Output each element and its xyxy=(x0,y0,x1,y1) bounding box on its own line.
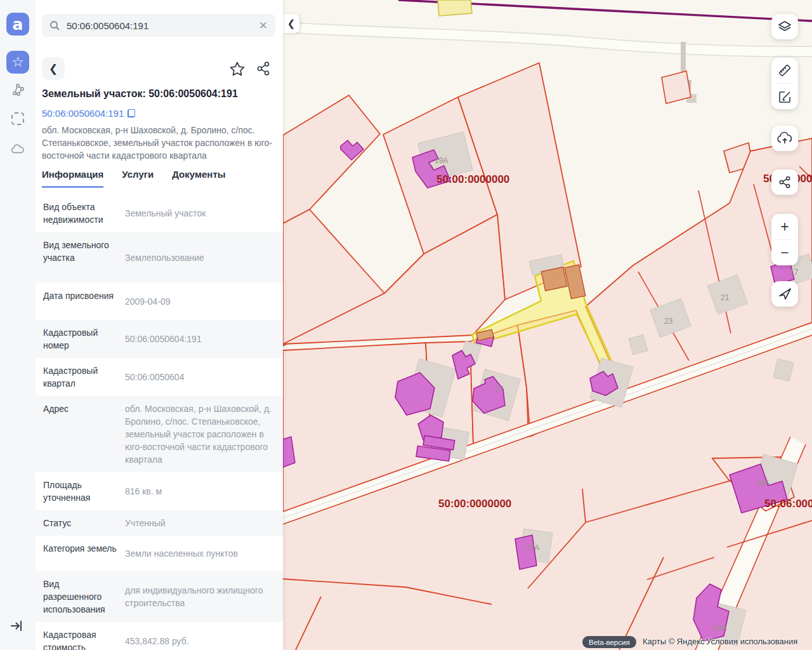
login-button[interactable] xyxy=(9,618,25,633)
svg-text:24Б: 24Б xyxy=(756,479,769,488)
locate-button[interactable] xyxy=(771,281,798,307)
row-value: Учтенный xyxy=(125,517,166,529)
row-label: Вид земельного участка xyxy=(43,239,118,277)
tower-parcel[interactable] xyxy=(662,71,691,103)
row-label: Кадастровый квартал xyxy=(43,364,118,390)
polygon-tool-button[interactable] xyxy=(11,83,25,97)
clear-search-icon[interactable]: ✕ xyxy=(259,19,268,32)
svg-text:21: 21 xyxy=(721,293,730,302)
object-info-panel: ✕ ❮ Земельный участок: 50:06:0050604:191… xyxy=(36,0,283,650)
tools-control xyxy=(771,58,798,109)
panel-tabs: Информация Услуги Документы xyxy=(42,169,278,188)
object-address: обл. Московская, р-н Шаховской, д. Броли… xyxy=(42,124,277,162)
login-icon xyxy=(9,618,24,633)
row-label: Статус xyxy=(43,517,118,529)
cloud-button[interactable] xyxy=(11,142,25,156)
row-value: 50:06:0050604 xyxy=(125,371,184,383)
edit-icon xyxy=(777,89,792,104)
dashed-square-icon xyxy=(11,112,24,125)
zoom-control: + − xyxy=(771,214,798,265)
table-row: Площадь уточненная 816 кв. м xyxy=(36,472,283,510)
search-bar[interactable]: ✕ xyxy=(42,14,275,37)
table-row: Кадастровый квартал 50:06:0050604 xyxy=(36,358,283,396)
cadastral-app: a ☆ xyxy=(0,0,812,650)
cloud-upload-icon xyxy=(776,131,793,146)
collapse-panel-button[interactable]: ❮ xyxy=(283,14,299,33)
row-label: Вид объекта недвижимости xyxy=(43,201,118,226)
row-label: Площадь уточненная xyxy=(43,479,118,504)
tab-documents[interactable]: Документы xyxy=(172,169,225,188)
upload-button[interactable] xyxy=(771,126,798,151)
cadastral-number-link[interactable]: 50:06:0050604:191 xyxy=(42,108,135,119)
share-map-button[interactable] xyxy=(771,169,798,195)
row-label: Вид разрешенного использования xyxy=(43,578,118,616)
star-icon: ☆ xyxy=(11,55,24,69)
svg-text:24А: 24А xyxy=(713,623,726,632)
svg-text:27А: 27А xyxy=(526,543,539,552)
share-icon xyxy=(777,175,792,190)
star-outline-icon xyxy=(229,61,246,77)
row-label: Категория земель xyxy=(43,542,118,565)
favorites-button[interactable]: ☆ xyxy=(6,51,29,74)
cadastral-map-svg[interactable]: 19А 17 21 23 27 27А 24Б 24А 50:00:000000… xyxy=(283,0,812,650)
cadastral-number-text[interactable]: 50:06:0050604:191 xyxy=(42,108,124,119)
svg-text:17: 17 xyxy=(790,268,799,277)
share-map-control[interactable] xyxy=(771,169,798,195)
upload-control[interactable] xyxy=(771,126,798,151)
share-icon xyxy=(255,60,272,77)
draw-edit-button[interactable] xyxy=(771,84,798,109)
table-row: Дата присвоения 2009-04-09 xyxy=(36,283,283,320)
row-value: обл. Московская, р-н Шаховской, д. Броли… xyxy=(125,402,274,466)
polygon-nodes-icon xyxy=(11,83,25,97)
row-value: 816 кв. м xyxy=(125,485,162,498)
row-value: 453,842.88 руб. xyxy=(125,635,189,647)
row-label: Кадастровая стоимость xyxy=(43,628,118,650)
ruler-icon xyxy=(777,63,792,78)
row-value: для индивидуального жилищного строительс… xyxy=(125,584,274,609)
info-table: Вид объекта недвижимости Земельный участ… xyxy=(36,194,283,650)
row-value: Земельный участок xyxy=(125,207,206,220)
svg-text:50:06:0000000: 50:06:0000000 xyxy=(764,498,812,510)
beta-badge: Beta-версия xyxy=(582,636,636,648)
layers-control[interactable] xyxy=(771,14,798,39)
svg-text:50:00:0000000: 50:00:0000000 xyxy=(438,498,511,510)
search-input[interactable] xyxy=(67,20,252,31)
page-title: Земельный участок: 50:06:0050604:191 xyxy=(42,88,278,100)
app-logo[interactable]: a xyxy=(6,13,29,36)
table-row: Вид земельного участка Землепользование xyxy=(36,232,283,283)
zoom-in-button[interactable]: + xyxy=(771,214,798,239)
tab-services[interactable]: Услуги xyxy=(122,169,154,188)
svg-text:19А: 19А xyxy=(435,156,448,165)
table-row: Кадастровый номер 50:06:0050604:191 xyxy=(36,320,283,358)
row-label: Кадастровый номер xyxy=(43,326,118,352)
table-row: Вид разрешенного использования для индив… xyxy=(36,571,283,622)
table-row: Статус Учтенный xyxy=(36,510,283,536)
svg-text:23: 23 xyxy=(664,317,673,326)
svg-text:50:00:0000000: 50:00:0000000 xyxy=(436,173,509,185)
table-row: Категория земель Земли населенных пункто… xyxy=(36,536,283,571)
zoom-out-button[interactable]: − xyxy=(771,240,798,265)
navigation-arrow-icon xyxy=(777,286,792,302)
svg-text:27: 27 xyxy=(495,385,504,394)
cloud-icon xyxy=(11,143,25,156)
left-rail: a ☆ xyxy=(0,0,36,650)
row-value: 50:06:0050604:191 xyxy=(125,333,202,345)
yandex-maps-attribution[interactable]: Карты © Яндекс xyxy=(643,637,705,646)
back-button[interactable]: ❮ xyxy=(42,57,65,80)
yellow-parcel-top[interactable] xyxy=(438,0,472,16)
layers-button[interactable] xyxy=(771,14,798,39)
table-row: Вид объекта недвижимости Земельный участ… xyxy=(36,194,283,232)
copy-icon[interactable] xyxy=(128,109,135,117)
area-select-button[interactable] xyxy=(11,112,25,126)
row-label: Дата присвоения xyxy=(43,289,118,314)
cadastral-map[interactable]: 19А 17 21 23 27 27А 24Б 24А 50:00:000000… xyxy=(283,0,812,650)
measure-button[interactable] xyxy=(771,58,798,83)
share-object-button[interactable] xyxy=(254,60,273,77)
locate-control[interactable] xyxy=(771,281,798,307)
layers-icon xyxy=(777,19,792,34)
tab-information[interactable]: Информация xyxy=(42,169,103,188)
table-row: Адрес обл. Московская, р-н Шаховской, д.… xyxy=(36,396,283,472)
terms-of-use-link[interactable]: Условия использования xyxy=(706,637,797,646)
favorite-object-button[interactable] xyxy=(228,60,247,77)
table-row: Кадастровая стоимость 453,842.88 руб. xyxy=(36,622,283,650)
